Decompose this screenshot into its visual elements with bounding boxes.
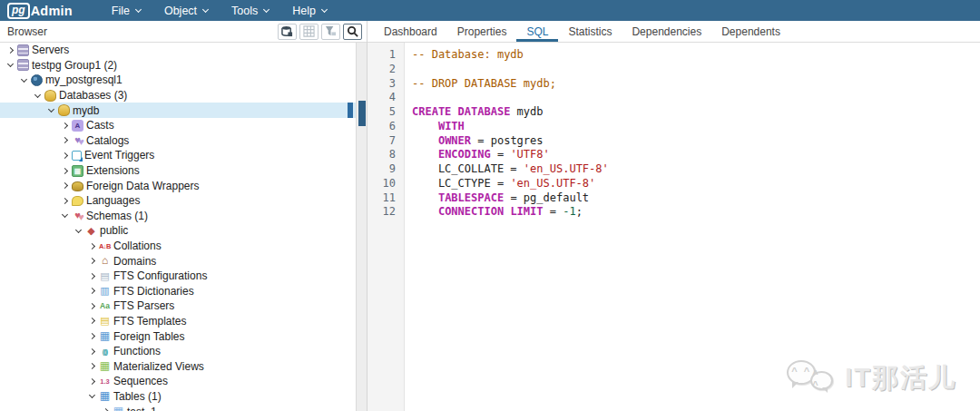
tree-item-my-postgresql1[interactable]: my_postgresql1 bbox=[0, 73, 356, 88]
chevron-right-icon[interactable] bbox=[89, 378, 95, 385]
tree-item-fts-parsers[interactable]: AaFTS Parsers bbox=[0, 298, 356, 314]
sql-code[interactable]: -- Database: mydb -- DROP DATABASE mydb;… bbox=[405, 43, 609, 411]
chevron-right-icon[interactable] bbox=[89, 273, 95, 279]
chevron-down-icon bbox=[202, 5, 209, 12]
tab-properties[interactable]: Properties bbox=[447, 21, 517, 42]
chevron-right-icon[interactable] bbox=[89, 288, 95, 294]
tab-statistics[interactable]: Statistics bbox=[558, 21, 622, 42]
tree-item-fts-templates[interactable]: ▤FTS Templates bbox=[0, 314, 356, 329]
tree-item-extensions[interactable]: ▦Extensions bbox=[0, 163, 356, 179]
sql-editor[interactable]: 123456789101112 -- Database: mydb -- DRO… bbox=[368, 43, 980, 411]
tree-item-schemas-1[interactable]: ♥Schemas (1) bbox=[0, 209, 356, 224]
tree-item-foreign-tables[interactable]: ▦Foreign Tables bbox=[0, 328, 356, 344]
filter-icon[interactable] bbox=[321, 24, 340, 40]
chevron-right-icon[interactable] bbox=[62, 198, 68, 204]
menu-object[interactable]: Object bbox=[152, 0, 220, 21]
tree-item-languages[interactable]: Languages bbox=[0, 193, 356, 209]
chevron-right-icon[interactable] bbox=[89, 333, 95, 339]
materialized-views-icon: ▦ bbox=[99, 360, 111, 372]
tree-item-casts[interactable]: ACasts bbox=[0, 118, 356, 133]
chevron-right-icon[interactable] bbox=[89, 303, 95, 309]
fts-dictionaries-icon: ▥ bbox=[99, 285, 111, 297]
chevron-down-icon[interactable] bbox=[7, 61, 14, 67]
chevron-right-icon[interactable] bbox=[89, 242, 95, 249]
chevron-right-icon[interactable] bbox=[89, 363, 95, 369]
line-number: 9 bbox=[368, 162, 404, 177]
tree-item-domains[interactable]: ⌂Domains bbox=[0, 253, 356, 269]
tree-scrollbar-thumb[interactable] bbox=[358, 101, 366, 126]
tree-item-label: Catalogs bbox=[86, 134, 129, 147]
database-icon bbox=[58, 104, 70, 116]
tree-item-public[interactable]: ◆public bbox=[0, 223, 356, 239]
menu-help[interactable]: Help bbox=[280, 0, 338, 21]
menu-file[interactable]: File bbox=[100, 0, 152, 21]
grid-properties-icon[interactable] bbox=[299, 24, 318, 40]
tree-item-label: Materialized Views bbox=[113, 360, 204, 373]
menu-tools[interactable]: Tools bbox=[220, 0, 280, 21]
tab-dependencies[interactable]: Dependencies bbox=[622, 21, 711, 42]
code-line: LC_CTYPE = 'en_US.UTF-8' bbox=[412, 177, 609, 191]
server-group-icon bbox=[17, 59, 29, 71]
tree-item-label: my_postgresql1 bbox=[45, 73, 122, 86]
languages-icon bbox=[72, 196, 83, 206]
tree-item-functions[interactable]: (())Functions bbox=[0, 344, 356, 359]
tree-item-fts-configurations[interactable]: ▤FTS Configurations bbox=[0, 269, 356, 284]
chevron-down-icon bbox=[135, 5, 142, 12]
tree-item-servers[interactable]: Servers bbox=[0, 43, 356, 58]
code-line bbox=[412, 91, 609, 105]
tree-item-label: public bbox=[100, 224, 128, 237]
line-number: 10 bbox=[368, 177, 404, 191]
browser-tree: Serverstestpg Group1 (2)my_postgresql1Da… bbox=[0, 43, 356, 411]
chevron-right-icon[interactable] bbox=[62, 152, 68, 159]
tree-item-test-1[interactable]: ▦test_1 bbox=[0, 404, 356, 411]
chevron-right-icon[interactable] bbox=[89, 258, 95, 264]
chevron-down-icon[interactable] bbox=[21, 76, 27, 83]
code-line: ENCODING = 'UTF8' bbox=[412, 148, 609, 162]
browser-panel-title: Browser bbox=[7, 25, 275, 38]
tree-item-testpg-group1-2[interactable]: testpg Group1 (2) bbox=[0, 58, 356, 73]
sequences-icon: 1.3 bbox=[99, 376, 111, 387]
fts-templates-icon: ▤ bbox=[99, 315, 111, 327]
code-line: OWNER = postgres bbox=[412, 134, 609, 149]
search-icon[interactable] bbox=[343, 24, 362, 40]
chevron-right-icon[interactable] bbox=[7, 47, 14, 54]
chevron-right-icon[interactable] bbox=[89, 318, 95, 324]
chevron-down-icon[interactable] bbox=[48, 106, 54, 113]
tree-item-catalogs[interactable]: ♥Catalogs bbox=[0, 133, 356, 149]
chevron-down-icon[interactable] bbox=[89, 392, 95, 398]
db-objects-icon[interactable] bbox=[278, 24, 297, 40]
chevron-down-icon[interactable] bbox=[75, 227, 82, 233]
chevron-down-icon[interactable] bbox=[34, 92, 41, 98]
code-line: WITH bbox=[412, 120, 609, 134]
line-number: 4 bbox=[368, 91, 404, 105]
tree-item-label: Domains bbox=[113, 255, 156, 268]
code-line: CREATE DATABASE mydb bbox=[412, 105, 609, 120]
tab-sql[interactable]: SQL bbox=[516, 21, 558, 42]
tree-item-event-triggers[interactable]: Event Triggers bbox=[0, 148, 356, 163]
tree-item-label: Extensions bbox=[86, 164, 140, 177]
chevron-right-icon[interactable] bbox=[89, 348, 95, 355]
pgadmin-logo: pg Admin bbox=[7, 3, 73, 19]
chevron-right-icon[interactable] bbox=[62, 182, 68, 189]
chevron-right-icon[interactable] bbox=[62, 137, 68, 143]
tree-item-fts-dictionaries[interactable]: ▥FTS Dictionaries bbox=[0, 284, 356, 299]
foreign-data-wrappers-icon bbox=[72, 181, 83, 191]
tree-item-collations[interactable]: A↓BCollations bbox=[0, 239, 356, 254]
chevron-right-icon[interactable] bbox=[62, 122, 68, 129]
tree-item-foreign-data-wrappers[interactable]: Foreign Data Wrappers bbox=[0, 178, 356, 193]
tree-item-tables-1[interactable]: ▦Tables (1) bbox=[0, 389, 356, 405]
tree-item-sequences[interactable]: 1.3Sequences bbox=[0, 374, 356, 389]
line-number: 3 bbox=[368, 77, 404, 92]
tree-scrollbar-track[interactable] bbox=[356, 43, 367, 411]
tree-item-databases-3[interactable]: Databases (3) bbox=[0, 88, 356, 103]
chevron-down-icon[interactable] bbox=[62, 211, 68, 218]
chevron-right-icon[interactable] bbox=[62, 168, 68, 174]
fts-configurations-icon: ▤ bbox=[99, 270, 111, 282]
tree-item-label: Languages bbox=[86, 194, 140, 207]
tree-item-label: Databases (3) bbox=[59, 89, 127, 102]
tree-item-label: FTS Dictionaries bbox=[113, 285, 194, 298]
tab-dependents[interactable]: Dependents bbox=[711, 21, 790, 42]
tree-item-mydb[interactable]: mydb bbox=[0, 103, 356, 118]
tab-dashboard[interactable]: Dashboard bbox=[374, 21, 447, 42]
tree-item-materialized-views[interactable]: ▦Materialized Views bbox=[0, 358, 356, 374]
